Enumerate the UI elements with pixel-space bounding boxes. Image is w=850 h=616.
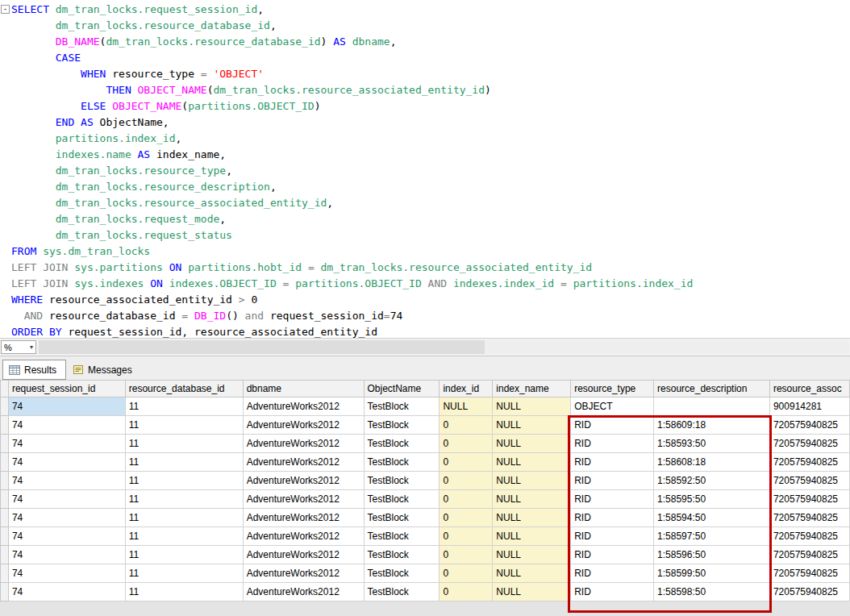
- grid-cell[interactable]: TestBlock: [364, 453, 440, 472]
- grid-cell[interactable]: NULL: [493, 435, 571, 453]
- grid-cell[interactable]: 0: [440, 490, 493, 509]
- grid-cell[interactable]: 720575940825: [769, 564, 849, 583]
- grid-cell[interactable]: 11: [125, 564, 243, 583]
- row-selector[interactable]: [1, 583, 9, 601]
- grid-cell[interactable]: 1:58594:50: [654, 509, 770, 527]
- grid-cell[interactable]: 720575940825: [769, 435, 849, 453]
- row-selector[interactable]: [1, 546, 9, 564]
- grid-cell[interactable]: 11: [125, 490, 243, 509]
- grid-cell[interactable]: NULL: [493, 490, 571, 509]
- grid-cell[interactable]: AdventureWorks2012: [243, 453, 364, 472]
- scrollbar-thumb[interactable]: [39, 340, 485, 354]
- zoom-selector[interactable]: % ▾: [1, 340, 36, 354]
- grid-cell[interactable]: 0: [440, 583, 493, 601]
- grid-cell[interactable]: TestBlock: [364, 490, 440, 509]
- grid-cell[interactable]: TestBlock: [364, 509, 440, 527]
- sql-code[interactable]: SELECT dm_tran_locks.request_session_id,…: [0, 0, 850, 338]
- row-selector[interactable]: [1, 490, 9, 509]
- grid-cell[interactable]: 74: [8, 583, 125, 601]
- grid-cell[interactable]: 1:58592:50: [654, 472, 770, 490]
- row-selector[interactable]: [1, 564, 9, 583]
- grid-cell[interactable]: 0: [440, 435, 493, 453]
- select-all-corner[interactable]: [1, 381, 9, 397]
- grid-cell[interactable]: RID: [571, 453, 654, 472]
- grid-cell[interactable]: TestBlock: [364, 397, 440, 416]
- grid-cell[interactable]: 1:58609:18: [654, 416, 770, 435]
- row-selector[interactable]: [1, 472, 9, 490]
- grid-cell[interactable]: NULL: [493, 416, 571, 435]
- grid-cell[interactable]: 11: [125, 397, 243, 416]
- grid-cell[interactable]: NULL: [493, 527, 571, 546]
- sql-editor[interactable]: - SELECT dm_tran_locks.request_session_i…: [0, 0, 850, 338]
- grid-cell[interactable]: 74: [8, 435, 125, 453]
- grid-cell[interactable]: 720575940825: [769, 472, 849, 490]
- row-selector[interactable]: [1, 397, 9, 416]
- grid-cell[interactable]: NULL: [493, 453, 571, 472]
- grid-cell[interactable]: 720575940825: [769, 583, 849, 601]
- grid-cell[interactable]: 74: [8, 490, 125, 509]
- results-grid[interactable]: request_session_idresource_database_iddb…: [0, 380, 850, 601]
- column-header-index_name[interactable]: index_name: [493, 381, 571, 397]
- grid-cell[interactable]: TestBlock: [364, 583, 440, 601]
- grid-cell[interactable]: 11: [125, 509, 243, 527]
- code-collapse-icon[interactable]: -: [1, 5, 10, 14]
- row-selector[interactable]: [1, 527, 9, 546]
- grid-cell[interactable]: 74: [8, 397, 125, 416]
- grid-cell[interactable]: 1:58597:50: [654, 527, 770, 546]
- column-header-index_id[interactable]: index_id: [440, 381, 493, 397]
- grid-cell[interactable]: RID: [571, 490, 654, 509]
- grid-cell[interactable]: TestBlock: [364, 472, 440, 490]
- column-header-resource_description[interactable]: resource_description: [654, 381, 770, 397]
- grid-cell[interactable]: 11: [125, 546, 243, 564]
- column-header-dbname[interactable]: dbname: [243, 381, 364, 397]
- grid-cell[interactable]: TestBlock: [364, 527, 440, 546]
- grid-cell[interactable]: AdventureWorks2012: [243, 564, 364, 583]
- grid-cell[interactable]: 1:58599:50: [654, 564, 770, 583]
- grid-cell[interactable]: RID: [571, 416, 654, 435]
- grid-cell[interactable]: 1:58593:50: [654, 435, 770, 453]
- grid-cell[interactable]: NULL: [493, 397, 571, 416]
- grid-cell[interactable]: TestBlock: [364, 546, 440, 564]
- grid-cell[interactable]: TestBlock: [364, 435, 440, 453]
- grid-cell[interactable]: AdventureWorks2012: [243, 416, 364, 435]
- column-header-resource_assoc[interactable]: resource_assoc: [769, 381, 849, 397]
- grid-cell[interactable]: 74: [8, 416, 125, 435]
- row-selector[interactable]: [1, 509, 9, 527]
- grid-cell[interactable]: 11: [125, 435, 243, 453]
- grid-cell[interactable]: AdventureWorks2012: [243, 583, 364, 601]
- grid-cell[interactable]: AdventureWorks2012: [243, 397, 364, 416]
- grid-cell[interactable]: RID: [571, 472, 654, 490]
- grid-cell[interactable]: AdventureWorks2012: [243, 509, 364, 527]
- grid-cell[interactable]: 74: [8, 453, 125, 472]
- grid-cell[interactable]: 11: [125, 416, 243, 435]
- grid-cell[interactable]: 0: [440, 472, 493, 490]
- row-selector[interactable]: [1, 453, 9, 472]
- grid-cell[interactable]: NULL: [493, 546, 571, 564]
- grid-cell[interactable]: OBJECT: [571, 397, 654, 416]
- grid-cell[interactable]: 1:58595:50: [654, 490, 770, 509]
- grid-cell[interactable]: 0: [440, 509, 493, 527]
- grid-cell[interactable]: 900914281: [769, 397, 849, 416]
- tab-results[interactable]: Results: [2, 360, 66, 380]
- grid-cell[interactable]: 720575940825: [769, 453, 849, 472]
- grid-cell[interactable]: 720575940825: [769, 416, 849, 435]
- grid-cell[interactable]: 74: [8, 546, 125, 564]
- row-selector[interactable]: [1, 435, 9, 453]
- grid-cell[interactable]: RID: [571, 564, 654, 583]
- grid-cell[interactable]: NULL: [493, 509, 571, 527]
- row-selector[interactable]: [1, 416, 9, 435]
- column-header-ObjectName[interactable]: ObjectName: [364, 381, 440, 397]
- tab-messages[interactable]: Messages: [66, 360, 142, 380]
- grid-cell[interactable]: NULL: [493, 583, 571, 601]
- horizontal-scrollbar[interactable]: [39, 340, 849, 354]
- grid-cell[interactable]: 0: [440, 564, 493, 583]
- grid-cell[interactable]: 11: [125, 583, 243, 601]
- grid-cell[interactable]: AdventureWorks2012: [243, 527, 364, 546]
- grid-cell[interactable]: RID: [571, 527, 654, 546]
- column-header-resource_database_id[interactable]: resource_database_id: [125, 381, 243, 397]
- grid-cell[interactable]: [654, 397, 770, 416]
- grid-cell[interactable]: 1:58598:50: [654, 583, 770, 601]
- grid-cell[interactable]: 720575940825: [769, 527, 849, 546]
- grid-cell[interactable]: RID: [571, 546, 654, 564]
- grid-cell[interactable]: 0: [440, 527, 493, 546]
